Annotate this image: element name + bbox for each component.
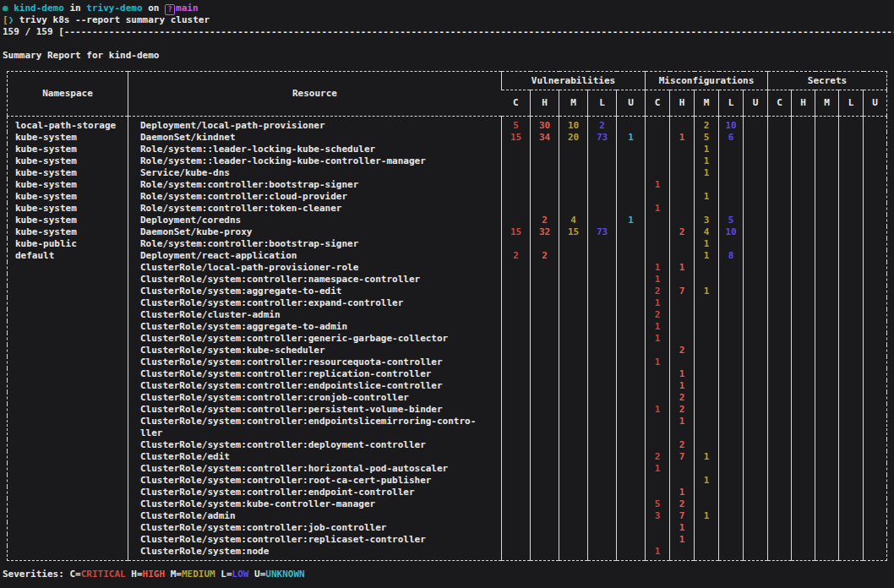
cell-severity-c	[768, 475, 792, 487]
cell-severity-c	[646, 522, 670, 534]
cell-severity-c	[768, 498, 792, 510]
cell-severity-l	[719, 463, 744, 475]
cell-severity-l	[588, 250, 617, 262]
cell-namespace	[8, 297, 128, 309]
header-severity-h: H	[670, 90, 695, 117]
cell-severity-u	[744, 215, 768, 226]
cell-severity-h	[792, 250, 815, 262]
cell-severity-m	[695, 392, 719, 404]
cell-severity-u	[617, 167, 646, 179]
cell-severity-c: 1	[646, 404, 670, 416]
cell-severity-u	[864, 191, 887, 203]
cell-severity-c	[768, 144, 792, 155]
cell-resource: ClusterRole/edit	[128, 451, 502, 463]
cell-namespace	[8, 416, 128, 439]
table-row: kube-systemRole/system::leader-locking-k…	[8, 155, 887, 167]
cell-severity-c	[646, 368, 670, 380]
cell-severity-u	[617, 357, 646, 368]
legend-severity-name: LOW	[232, 569, 249, 580]
table-row: ClusterRole/system:kube-scheduler2	[8, 345, 887, 357]
cell-resource: ClusterRole/system:controller:replicatio…	[128, 368, 502, 380]
cell-severity-l	[719, 191, 744, 203]
cell-severity-l	[588, 309, 617, 321]
cell-severity-h	[531, 191, 559, 203]
cell-severity-u	[617, 546, 646, 561]
cell-severity-u	[617, 262, 646, 274]
cell-severity-l	[588, 179, 617, 191]
cell-severity-h	[792, 333, 815, 345]
cell-severity-h	[531, 274, 559, 286]
cell-severity-u	[744, 498, 768, 510]
cell-severity-m	[815, 404, 839, 416]
cell-severity-m	[559, 250, 588, 262]
cell-severity-h	[531, 463, 559, 475]
cell-severity-m	[695, 463, 719, 475]
cell-severity-m	[815, 215, 839, 226]
cell-severity-h	[792, 144, 815, 155]
header-group-vulnerabilities: Vulnerabilities	[502, 72, 646, 90]
cell-severity-u	[617, 250, 646, 262]
cell-severity-u	[744, 297, 768, 309]
cell-severity-u	[864, 226, 887, 238]
cell-severity-h: 1	[670, 416, 695, 439]
header-severity-c: C	[768, 90, 792, 117]
cell-severity-l	[588, 368, 617, 380]
cell-severity-l: 6	[719, 132, 744, 144]
cell-severity-l	[588, 203, 617, 215]
cell-severity-l	[719, 309, 744, 321]
cell-severity-m	[695, 357, 719, 368]
cell-severity-u	[744, 345, 768, 357]
table-group-header-row: Namespace Resource Vulnerabilities Misco…	[8, 72, 887, 90]
cell-severity-m	[695, 179, 719, 191]
cell-severity-l	[839, 144, 864, 155]
progress-count: 159 / 159	[3, 26, 58, 37]
cell-severity-m: 10	[559, 117, 588, 133]
cell-severity-m	[559, 368, 588, 380]
cell-severity-u	[864, 475, 887, 487]
cell-severity-l	[588, 345, 617, 357]
cell-severity-m	[815, 451, 839, 463]
cell-severity-h	[792, 368, 815, 380]
cell-severity-h	[670, 321, 695, 333]
cell-severity-m	[559, 262, 588, 274]
cell-severity-c	[502, 155, 531, 167]
cell-severity-u	[617, 451, 646, 463]
cell-severity-l	[719, 487, 744, 498]
terminal-window[interactable]: { "terminal": { "prompt_line": { "dot": …	[0, 0, 894, 588]
cell-severity-l	[719, 333, 744, 345]
cell-severity-m	[815, 274, 839, 286]
cell-severity-h	[670, 274, 695, 286]
cell-severity-m: 4	[695, 226, 719, 238]
cell-severity-u	[864, 522, 887, 534]
cell-severity-u	[617, 321, 646, 333]
table-row: ClusterRole/system:aggregate-to-edit271	[8, 286, 887, 297]
cell-severity-h	[792, 498, 815, 510]
prompt-on-word: on	[148, 3, 159, 14]
cell-severity-h	[531, 451, 559, 463]
cell-severity-u	[744, 286, 768, 297]
cell-severity-c	[646, 167, 670, 179]
cell-severity-c	[768, 357, 792, 368]
cell-severity-c	[502, 487, 531, 498]
summary-table: Namespace Resource Vulnerabilities Misco…	[7, 71, 887, 561]
cell-severity-c: 1	[646, 321, 670, 333]
cell-severity-h	[792, 357, 815, 368]
cell-severity-m	[815, 250, 839, 262]
cell-severity-u	[617, 487, 646, 498]
cell-severity-u	[864, 463, 887, 475]
cell-severity-c	[502, 392, 531, 404]
cell-severity-m	[559, 179, 588, 191]
cell-severity-m: 1	[695, 451, 719, 463]
cell-namespace	[8, 463, 128, 475]
cell-severity-c: 1	[646, 463, 670, 475]
cell-severity-m	[815, 226, 839, 238]
cell-severity-m: 15	[559, 226, 588, 238]
cell-severity-h	[670, 546, 695, 561]
cell-namespace	[8, 286, 128, 297]
cell-resource: ClusterRole/system:controller:endpointsl…	[128, 380, 502, 392]
cell-severity-h	[531, 439, 559, 451]
cell-resource: ClusterRole/system:controller:horizontal…	[128, 463, 502, 475]
legend-label: Severities:	[3, 569, 69, 580]
cell-severity-l	[839, 392, 864, 404]
cell-severity-c	[768, 451, 792, 463]
